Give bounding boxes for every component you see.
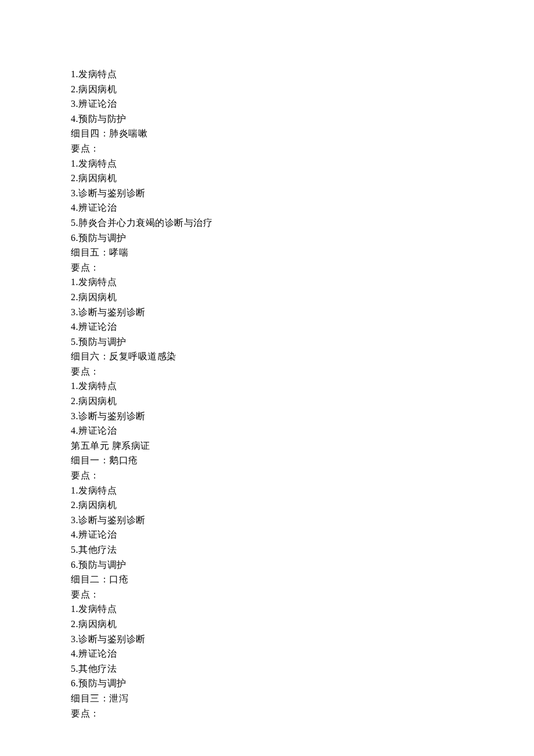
text-line: 要点： bbox=[71, 587, 534, 602]
text-line: 细目二：口疮 bbox=[71, 572, 534, 587]
text-line: 5.肺炎合并心力衰竭的诊断与治疗 bbox=[71, 215, 534, 231]
text-line: 4.辨证论治 bbox=[71, 527, 534, 542]
text-line: 6.预防与调护 bbox=[71, 676, 534, 691]
text-line: 1.发病特点 bbox=[71, 483, 534, 498]
text-line: 3.诊断与鉴别诊断 bbox=[71, 305, 534, 320]
text-line: 5.其他疗法 bbox=[71, 661, 534, 676]
text-line: 要点： bbox=[71, 364, 534, 379]
text-line: 4.预防与防护 bbox=[71, 111, 534, 127]
text-line: 要点： bbox=[71, 706, 534, 721]
text-line: 2.病因病机 bbox=[71, 617, 534, 632]
text-line: 细目五：哮喘 bbox=[71, 245, 534, 260]
text-line: 5.预防与调护 bbox=[71, 334, 534, 350]
text-line: 3.诊断与鉴别诊断 bbox=[71, 513, 534, 528]
text-line: 1.发病特点 bbox=[71, 602, 534, 617]
text-line: 要点： bbox=[71, 141, 534, 156]
text-line: 1.发病特点 bbox=[71, 67, 534, 82]
text-line: 2.病因病机 bbox=[71, 82, 534, 97]
text-line: 1.发病特点 bbox=[71, 156, 534, 171]
text-line: 3.诊断与鉴别诊断 bbox=[71, 409, 534, 424]
text-line: 6.预防与调护 bbox=[71, 557, 534, 573]
text-line: 3.诊断与鉴别诊断 bbox=[71, 186, 534, 201]
text-line: 4.辨证论治 bbox=[71, 200, 534, 215]
text-line: 第五单元 脾系病证 bbox=[71, 438, 534, 453]
text-line: 细目三：泄泻 bbox=[71, 691, 534, 706]
text-line: 4.辨证论治 bbox=[71, 319, 534, 334]
text-line: 1.发病特点 bbox=[71, 275, 534, 290]
text-line: 5.其他疗法 bbox=[71, 542, 534, 557]
text-line: 4.辨证论治 bbox=[71, 646, 534, 661]
text-line: 3.诊断与鉴别诊断 bbox=[71, 632, 534, 647]
text-line: 细目四：肺炎喘嗽 bbox=[71, 126, 534, 141]
document-content: 1.发病特点2.病因病机3.辨证论治4.预防与防护细目四：肺炎喘嗽要点：1.发病… bbox=[71, 67, 534, 721]
text-line: 2.病因病机 bbox=[71, 498, 534, 513]
text-line: 细目一：鹅口疮 bbox=[71, 453, 534, 468]
text-line: 6.预防与调护 bbox=[71, 231, 534, 246]
text-line: 要点： bbox=[71, 468, 534, 483]
text-line: 3.辨证论治 bbox=[71, 96, 534, 111]
text-line: 要点： bbox=[71, 260, 534, 275]
text-line: 1.发病特点 bbox=[71, 379, 534, 394]
text-line: 细目六：反复呼吸道感染 bbox=[71, 349, 534, 364]
text-line: 2.病因病机 bbox=[71, 290, 534, 305]
text-line: 4.辨证论治 bbox=[71, 423, 534, 438]
text-line: 2.病因病机 bbox=[71, 171, 534, 186]
text-line: 2.病因病机 bbox=[71, 394, 534, 409]
